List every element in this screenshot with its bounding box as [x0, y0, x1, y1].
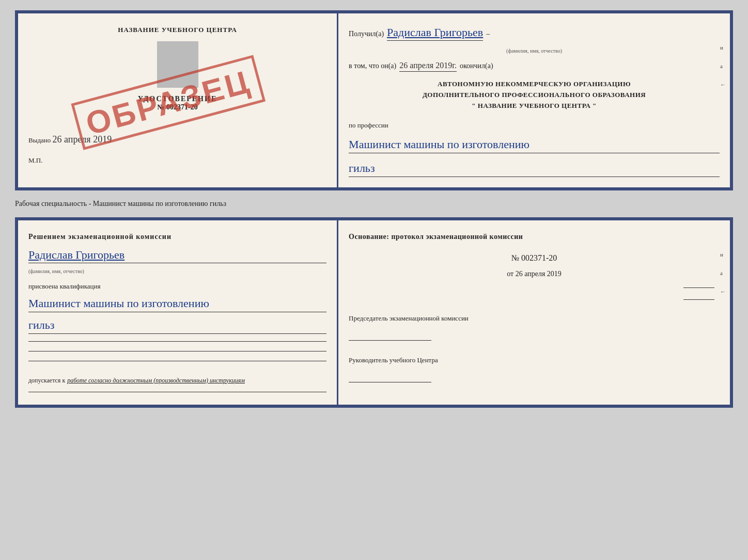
- dash-right-1: [683, 287, 714, 288]
- chairman-sign-line: [349, 340, 431, 341]
- bottom-edge-mark-1: и: [720, 251, 726, 258]
- top-document: НАЗВАНИЕ УЧЕБНОГО ЦЕНТРА УДОСТОВЕРЕНИЕ №…: [15, 10, 733, 190]
- family-label-top: (фамилия, имя, отчество): [349, 48, 720, 54]
- mp-label: М.П.: [28, 156, 326, 165]
- vydano-label: Выдано: [28, 136, 51, 144]
- recipient-name-top: Радислав Григорьев: [387, 26, 483, 41]
- photo-placeholder: [157, 41, 198, 88]
- recipient-name-bottom: Радислав Григорьев: [28, 248, 326, 263]
- line-separator-3: [28, 361, 326, 361]
- bottom-right-edge-marks: и а ←: [720, 251, 726, 295]
- line-separator-2: [28, 351, 326, 351]
- protocol-number: № 002371-20: [349, 253, 720, 263]
- dash-separator: –: [486, 30, 490, 38]
- prisvoena-label: присвоена квалификация: [28, 282, 326, 291]
- dopuskaetsya-line: допускается к работе согласно должностны…: [28, 377, 326, 385]
- bottom-edge-mark-2: а: [720, 270, 726, 276]
- separator-label: Рабочая специальность - Машинист машины …: [15, 199, 733, 209]
- learning-center-title: НАЗВАНИЕ УЧЕБНОГО ЦЕНТРА: [28, 26, 326, 34]
- edge-mark-3: ←: [720, 82, 726, 88]
- protocol-date: 26 апреля 2019: [516, 270, 562, 278]
- dash-right-2: [683, 299, 714, 300]
- bottom-document: Решением экзаменационной комиссии Радисл…: [15, 217, 733, 408]
- po-professii-label: по профессии: [349, 121, 720, 130]
- ot-label: от: [507, 270, 513, 278]
- org-line3: " НАЗВАНИЕ УЧЕБНОГО ЦЕНТРА ": [349, 101, 720, 111]
- org-line2: ДОПОЛНИТЕЛЬНОГО ПРОФЕССИОНАЛЬНОГО ОБРАЗО…: [349, 90, 720, 101]
- line-separator-4: [28, 392, 326, 392]
- bottom-doc-right: Основание: протокол экзаменационной коми…: [338, 220, 730, 405]
- okonchill-label: окончил(а): [460, 62, 493, 70]
- line-separator-1: [28, 341, 326, 342]
- profession-line2-bottom: гильз: [28, 317, 326, 334]
- profession-line1-bottom: Машинист машины по изготовлению: [28, 296, 326, 312]
- udostoverenie-label: УДОСТОВЕРЕНИЕ: [28, 95, 326, 103]
- protocol-date-line: от 26 апреля 2019: [349, 270, 720, 278]
- family-label-bottom: (фамилия, имя, отчество): [28, 268, 326, 274]
- work-text: работе согласно должностным (производств…: [67, 377, 245, 385]
- edge-mark-2: а: [720, 63, 726, 69]
- rukovoditel-label: Руководитель учебного Центра: [349, 356, 720, 364]
- chairman-label: Председатель экзаменационной комиссии: [349, 314, 720, 323]
- vydano-line: Выдано 26 апреля 2019: [28, 134, 326, 145]
- vtom-label: в том, что он(а): [349, 62, 396, 70]
- osnovaniye-label: Основание: протокол экзаменационной коми…: [349, 233, 720, 241]
- profession-line2-top: гильз: [349, 161, 720, 177]
- certificate-number: № 002371-20: [28, 103, 326, 111]
- rukovoditel-sign-line: [349, 382, 431, 382]
- resheniye-label: Решением экзаменационной комиссии: [28, 233, 326, 241]
- certificate-block: УДОСТОВЕРЕНИЕ № 002371-20: [28, 95, 326, 111]
- bottom-doc-left: Решением экзаменационной комиссии Радисл…: [18, 220, 338, 405]
- edge-mark-1: и: [720, 44, 726, 51]
- right-edge-marks: и а ←: [720, 44, 726, 88]
- completed-date: 26 апреля 2019г.: [399, 61, 457, 72]
- org-line1: АВТОНОМНУЮ НЕКОММЕРЧЕСКУЮ ОРГАНИЗАЦИЮ: [349, 79, 720, 90]
- profession-line1-top: Машинист машины по изготовлению: [349, 137, 720, 153]
- poluchil-label: Получил(а): [349, 30, 384, 38]
- vydano-date: 26 апреля 2019: [53, 134, 112, 145]
- bottom-edge-mark-3: ←: [720, 289, 726, 295]
- vtom-line: в том, что он(а) 26 апреля 2019г. окончи…: [349, 61, 720, 72]
- dopuskaetsya-label: допускается к: [28, 377, 65, 385]
- org-block: АВТОНОМНУЮ НЕКОММЕРЧЕСКУЮ ОРГАНИЗАЦИЮ ДО…: [349, 79, 720, 111]
- poluchil-line: Получил(а) Радислав Григорьев –: [349, 26, 720, 41]
- top-doc-right: Получил(а) Радислав Григорьев – (фамилия…: [338, 13, 730, 187]
- top-doc-left: НАЗВАНИЕ УЧЕБНОГО ЦЕНТРА УДОСТОВЕРЕНИЕ №…: [18, 13, 338, 187]
